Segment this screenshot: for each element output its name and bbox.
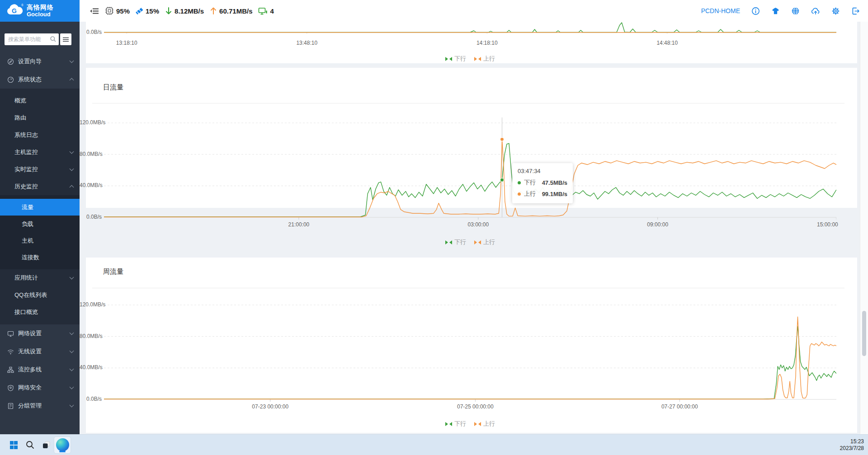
x-axis-label: 13:18:10 [116, 40, 137, 46]
sidebar-item-network-settings[interactable]: 网络设置 [0, 324, 80, 342]
submenu-spacer [0, 321, 80, 324]
submenu-spacer [0, 266, 80, 269]
ram-stat: 15% [136, 7, 159, 15]
sidebar-item-system-log[interactable]: 系统日志 [0, 127, 80, 144]
sidebar-item-interface-overview[interactable]: 接口概览 [0, 304, 80, 321]
menu-fold-icon[interactable] [90, 7, 99, 15]
weekly-chart-title: 周流量 [103, 267, 123, 276]
chevron-down-icon [70, 367, 74, 371]
x-axis-label: 09:00:00 [647, 221, 668, 228]
x-axis-label: 07-23 00:00:00 [252, 403, 288, 410]
legend-label: 上行 [483, 238, 495, 246]
sidebar-item-setup-wizard[interactable]: 设置向导 [0, 52, 80, 70]
info-icon[interactable] [751, 7, 760, 15]
sidebar-item-network-security[interactable]: 网络安全 [0, 379, 80, 397]
gauge-icon [7, 76, 14, 83]
chart-weekly[interactable] [104, 291, 836, 402]
legend-label: 上行 [483, 420, 495, 428]
chart-legend: 下行上行 [445, 420, 495, 428]
cloud-upload-icon[interactable] [811, 7, 820, 15]
legend-item-up[interactable]: 上行 [474, 55, 495, 63]
active-app-indicator [59, 451, 66, 452]
sidebar-search-row [0, 22, 80, 51]
chevron-down-icon [70, 167, 74, 171]
devices-stat: 4 [258, 7, 274, 15]
sidebar-item-qq-online[interactable]: QQ在线列表 [0, 286, 80, 304]
brand-logo[interactable]: G ® 高恪网络 Gocloud [0, 0, 80, 22]
sidebar-menu: 设置向导系统状态概览路由系统日志主机监控实时监控历史监控流量负载主机连接数应用统… [0, 52, 80, 415]
legend-marker-icon [445, 422, 452, 426]
sidebar-item-label: 系统日志 [14, 131, 73, 139]
sidebar-item-label: 无线设置 [18, 347, 70, 356]
divider [92, 103, 844, 103]
chevron-down-icon [70, 385, 74, 389]
sidebar-item-system-status[interactable]: 系统状态 [0, 70, 80, 89]
sidebar-item-overview[interactable]: 概览 [0, 92, 80, 109]
page-scrollbar[interactable] [860, 22, 868, 434]
legend-item-down[interactable]: 下行 [445, 55, 466, 63]
sidebar-item-load[interactable]: 负载 [0, 216, 80, 232]
main-content: 日流量 周流量 03:47:34 下行 47.5MB/s 上行 99.1MB/s… [80, 22, 868, 434]
upload-stat: 60.71MB/s [210, 7, 252, 15]
sidebar-item-flow-control[interactable]: 流控多线 [0, 361, 80, 379]
sidebar-item-routing[interactable]: 路由 [0, 109, 80, 127]
y-axis-label: 0.0B/s [80, 214, 102, 220]
menu-search-field[interactable] [5, 33, 59, 45]
submenu-spacer [0, 89, 80, 92]
start-button[interactable] [5, 437, 22, 453]
task-view-button[interactable] [38, 437, 54, 453]
ram-value: 15% [146, 7, 159, 15]
sidebar-item-host-monitor[interactable]: 主机监控 [0, 144, 80, 161]
ram-icon [136, 7, 144, 14]
x-axis-label: 03:00:00 [467, 221, 489, 228]
tooltip-up-label: 上行 [524, 190, 536, 198]
chart-realtime[interactable] [104, 22, 836, 33]
sidebar-item-label: 设置向导 [18, 57, 70, 66]
chevron-up-icon [70, 185, 74, 190]
scrollbar-thumb[interactable] [862, 311, 866, 356]
tooltip-upload-row: 上行 99.1MB/s [518, 190, 567, 198]
sidebar-item-label: 主机监控 [14, 148, 70, 156]
upload-value: 60.71MB/s [219, 7, 252, 15]
sidebar-item-group-management[interactable]: 分组管理 [0, 397, 80, 415]
settings-gear-icon[interactable] [831, 7, 840, 15]
legend-item-down[interactable]: 下行 [445, 238, 466, 246]
sidebar-item-wireless-settings[interactable]: 无线设置 [0, 342, 80, 361]
x-axis-label: 15:00:00 [817, 221, 838, 228]
submenu-spacer [0, 195, 80, 199]
legend-item-up[interactable]: 上行 [474, 238, 495, 246]
x-axis-label: 07-27 00:00:00 [661, 403, 698, 410]
down-series-dot [518, 181, 521, 184]
legend-label: 上行 [483, 55, 495, 63]
sidebar-item-label: 主机 [22, 237, 73, 245]
sidebar-item-host[interactable]: 主机 [0, 232, 80, 249]
legend-label: 下行 [454, 238, 466, 246]
sidebar-item-realtime-monitor[interactable]: 实时监控 [0, 161, 80, 178]
legend-item-down[interactable]: 下行 [445, 420, 466, 428]
chart-daily[interactable] [104, 109, 836, 220]
taskbar-clock[interactable]: 15:23 2023/7/28 [840, 438, 864, 452]
edge-browser-button[interactable] [54, 437, 71, 453]
chevron-down-icon [70, 403, 74, 408]
brand-name-cn: 高恪网络 [27, 4, 54, 11]
sidebar-item-traffic[interactable]: 流量 [0, 199, 80, 216]
chevron-down-icon [70, 275, 74, 280]
sidebar-item-label: QQ在线列表 [14, 291, 73, 299]
y-axis-label: 80.0MB/s [80, 333, 102, 339]
clock-date: 2023/7/28 [840, 445, 864, 452]
globe-icon[interactable] [791, 7, 800, 15]
edge-browser-icon [56, 438, 69, 451]
x-axis-label: 14:18:10 [476, 40, 498, 46]
sidebar-item-app-stats[interactable]: 应用统计 [0, 269, 80, 286]
tooltip-down-value: 47.5MB/s [542, 179, 567, 186]
monitor-icon [7, 330, 14, 337]
logout-icon[interactable] [851, 7, 860, 15]
legend-item-up[interactable]: 上行 [474, 420, 495, 428]
device-name-link[interactable]: PCDN-HOME [701, 7, 740, 14]
legend-marker-icon [445, 240, 452, 244]
sidebar-item-connections[interactable]: 连接数 [0, 249, 80, 266]
theme-shirt-icon[interactable] [771, 7, 780, 15]
taskbar-search-button[interactable] [22, 437, 38, 453]
sidebar-item-history-monitor[interactable]: 历史监控 [0, 178, 80, 195]
menu-toggle-button[interactable] [60, 33, 71, 45]
